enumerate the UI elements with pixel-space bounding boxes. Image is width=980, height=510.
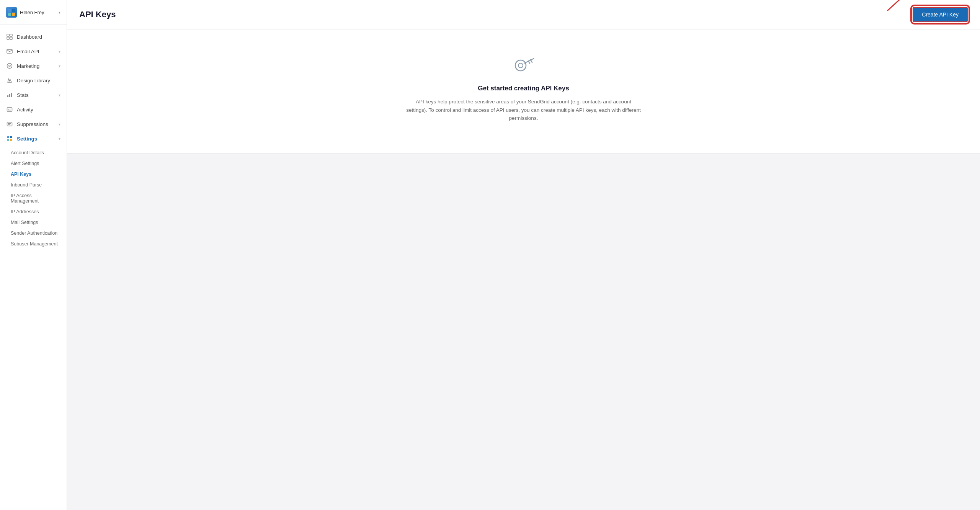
sidebar-item-ip-addresses[interactable]: IP Addresses [0,206,67,217]
svg-rect-3 [12,13,15,16]
key-icon [511,52,536,77]
sidebar-item-label-marketing: Marketing [17,63,55,69]
sidebar-item-sender-authentication[interactable]: Sender Authentication [0,228,67,239]
main-content: API Keys Create API Key [67,0,980,510]
chevron-right-icon: ▾ [59,49,60,54]
svg-point-26 [518,63,523,68]
chevron-right-icon: ▾ [59,122,60,126]
header-actions: Create API Key [913,7,968,22]
sidebar-item-email-api[interactable]: Email API ▾ [0,44,67,59]
sidebar-item-subuser-management[interactable]: Subuser Management [0,239,67,249]
svg-rect-19 [7,136,9,138]
chevron-right-icon: ▾ [59,93,60,97]
user-menu[interactable]: Helen Frey ▾ [0,0,67,25]
svg-line-29 [528,61,530,64]
design-library-icon [6,77,13,84]
svg-rect-12 [11,93,12,97]
sidebar-item-stats[interactable]: Stats ▾ [0,88,67,102]
sidebar-item-activity[interactable]: Activity [0,102,67,117]
svg-rect-21 [7,139,9,141]
sidebar-item-suppressions[interactable]: Suppressions ▾ [0,117,67,131]
create-api-key-button[interactable]: Create API Key [913,7,968,22]
sidebar: Helen Frey ▾ Dashboard [0,0,67,510]
sidebar-item-label-suppressions: Suppressions [17,121,55,127]
content-area: Get started creating API Keys API keys h… [67,29,980,510]
marketing-icon [6,62,13,69]
sidebar-item-label-activity: Activity [17,107,60,113]
svg-rect-6 [7,37,9,39]
svg-rect-5 [10,34,12,36]
svg-rect-2 [8,13,11,16]
sidebar-item-label-stats: Stats [17,92,55,98]
sidebar-nav: Dashboard Email API ▾ Marketing ▾ [0,25,67,510]
svg-rect-0 [8,9,11,12]
settings-icon [6,135,13,142]
sidebar-item-settings[interactable]: Settings ▾ [0,131,67,146]
chevron-right-icon: ▾ [59,64,60,68]
sidebar-item-dashboard[interactable]: Dashboard [0,29,67,44]
suppressions-icon [6,121,13,127]
settings-submenu: Account Details Alert Settings API Keys … [0,146,67,251]
chevron-down-icon: ▾ [59,10,60,15]
svg-rect-22 [10,139,12,141]
sidebar-item-ip-access-management[interactable]: IP Access Management [0,190,67,206]
svg-rect-1 [12,9,15,12]
svg-line-28 [531,60,532,62]
svg-rect-16 [7,122,12,126]
avatar [6,7,17,18]
empty-state-description: API keys help protect the sensitive area… [405,98,642,123]
sidebar-item-label-settings: Settings [17,136,55,142]
svg-point-9 [7,64,12,69]
sidebar-item-api-keys[interactable]: API Keys [0,169,67,180]
svg-point-25 [515,60,526,71]
username: Helen Frey [20,10,56,15]
sidebar-item-mail-settings[interactable]: Mail Settings [0,217,67,228]
svg-rect-13 [7,108,12,111]
activity-icon [6,106,13,113]
page-header: API Keys Create API Key [67,0,980,29]
sidebar-item-marketing[interactable]: Marketing ▾ [0,59,67,73]
stats-icon [6,92,13,98]
svg-rect-20 [10,136,12,138]
email-api-icon [6,48,13,55]
sidebar-item-account-details[interactable]: Account Details [0,147,67,158]
sidebar-item-alert-settings[interactable]: Alert Settings [0,158,67,169]
chevron-down-icon: ▾ [59,137,60,141]
arrow-annotation [880,0,918,13]
empty-state: Get started creating API Keys API keys h… [67,29,980,154]
svg-rect-10 [7,95,8,97]
sidebar-item-label-design-library: Design Library [17,78,60,83]
svg-rect-11 [9,94,10,97]
page-title: API Keys [79,10,116,20]
svg-rect-8 [7,49,12,53]
sidebar-item-label-email-api: Email API [17,49,55,54]
svg-line-24 [887,0,908,11]
svg-rect-4 [7,34,9,36]
sidebar-item-inbound-parse[interactable]: Inbound Parse [0,180,67,190]
svg-rect-7 [10,37,12,39]
sidebar-item-label-dashboard: Dashboard [17,34,60,40]
empty-state-title: Get started creating API Keys [478,85,569,92]
sidebar-item-design-library[interactable]: Design Library [0,73,67,88]
dashboard-icon [6,33,13,40]
